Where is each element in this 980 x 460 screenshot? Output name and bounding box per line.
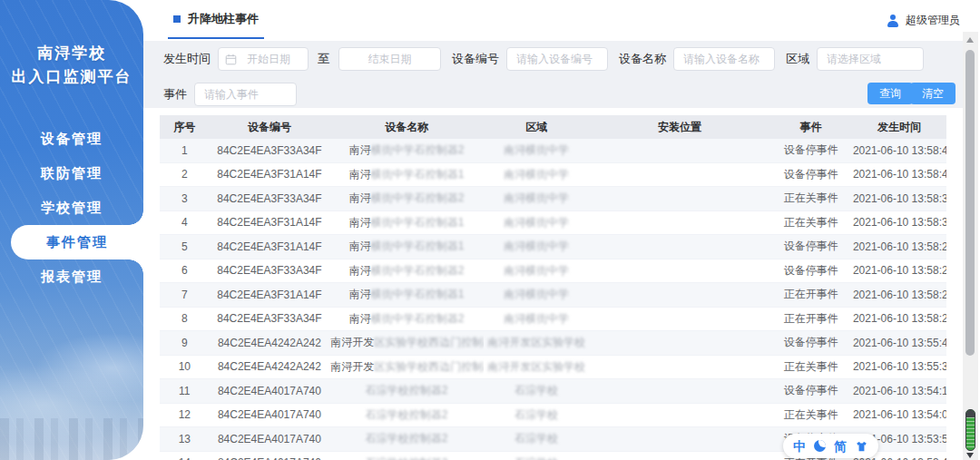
cell-device-name: 南浔开发区实验学校西边门控制器 <box>329 331 484 356</box>
column-header: 发生时间 <box>852 115 946 139</box>
skyline-decoration <box>0 418 143 460</box>
sidebar: 南浔学校 出入口监测平台 设备管理 联防管理 学校管理 <box>0 0 143 460</box>
theme-shirt-icon[interactable] <box>855 440 868 453</box>
sidebar-nav: 设备管理 联防管理 学校管理 事件管理 <box>0 122 143 294</box>
sidebar-nav-item[interactable]: 学校管理 <box>0 191 143 225</box>
table-row: 1 84C2E4EA3F33A34F 南浔横街中学石控制器2 南浔横街中学 设备… <box>160 139 946 162</box>
events-table-panel: 序号 设备编号 设备名称 区域 安装位置 事件 发生时间 <box>143 108 963 460</box>
cell-area: 南浔开发区实验学校 <box>484 355 589 379</box>
green-widget-down-arrow-icon[interactable] <box>966 453 974 458</box>
table-row: 9 84C2E4EA4242A242 南浔开发区实验学校西边门控制器 南浔开发区… <box>160 331 946 356</box>
scrollbar-up-arrow-icon[interactable] <box>966 37 974 43</box>
sidebar-nav-item[interactable]: 事件管理 <box>11 225 143 259</box>
device-name-input[interactable] <box>673 47 775 71</box>
cell-index: 4 <box>160 210 210 235</box>
cell-location <box>589 139 769 162</box>
cell-area: 南浔横街中学 <box>484 162 589 187</box>
sidebar-nav-item[interactable]: 设备管理 <box>0 122 143 156</box>
table-row: 12 84C2E4EA4017A740 石淙学校控制器2 石淙学校 正在关事件 … <box>160 403 946 427</box>
filter-row-1: 发生时间 至 设备编号 设备名称 区域 <box>163 46 924 72</box>
cell-location <box>589 355 769 379</box>
cell-device-name: 南浔开发区实验学校西边门控制器 <box>329 355 484 379</box>
cell-area: 南浔横街中学 <box>484 187 589 211</box>
end-date-input[interactable] <box>338 47 441 71</box>
simplified-chinese-icon[interactable]: 简 <box>834 440 847 453</box>
cell-event: 正在关事件 <box>770 187 852 211</box>
table-row: 8 84C2E4EA3F33A34F 南浔横街中学石控制器2 南浔横街中学 正在… <box>160 307 946 331</box>
cell-event: 正在开事件 <box>770 283 852 308</box>
device-name-label: 设备名称 <box>619 51 666 67</box>
table-row: 4 84C2E4EA3F31A14F 南浔横街中学石控制器1 南浔横街中学 正在… <box>160 210 946 235</box>
table-body: 1 84C2E4EA3F33A34F 南浔横街中学石控制器2 南浔横街中学 设备… <box>160 139 946 460</box>
tab-lift-bollard-events[interactable]: 升降地柱事件 <box>168 0 264 39</box>
table-header-row: 序号 设备编号 设备名称 区域 安装位置 事件 发生时间 <box>160 115 946 139</box>
cell-index: 2 <box>160 162 210 187</box>
cell-index: 9 <box>160 331 210 356</box>
clear-button[interactable]: 清空 <box>910 83 956 104</box>
area-select[interactable] <box>817 47 924 71</box>
cell-device-id: 84C2E4EA4242A242 <box>210 355 330 379</box>
cell-device-id: 84C2E4EA4017A740 <box>210 427 330 452</box>
sidebar-item-label: 设备管理 <box>41 131 103 146</box>
cell-time: 2021-06-10 13:58:23 <box>852 283 946 308</box>
cell-index: 12 <box>160 403 210 427</box>
cell-time: 2021-06-10 13:55:42 <box>852 331 946 356</box>
cell-time: 2021-06-10 13:58:35 <box>852 187 946 211</box>
sidebar-nav-item[interactable]: 报表管理 <box>0 259 143 294</box>
app-window: 升降地柱事件 超级管理员 发生时间 至 设备编 <box>0 0 980 460</box>
tab-bullet-icon <box>173 15 181 23</box>
table-row: 6 84C2E4EA3F33A34F 南浔横街中学石控制器2 南浔横街中学 设备… <box>160 259 946 283</box>
cell-device-name: 南浔横街中学石控制器2 <box>329 139 484 162</box>
search-button[interactable]: 查询 <box>867 83 913 104</box>
cell-index: 14 <box>160 451 210 460</box>
app-title-line1: 南浔学校 <box>0 42 143 65</box>
user-menu[interactable]: 超级管理员 <box>887 0 960 41</box>
cell-index: 5 <box>160 235 210 259</box>
column-header: 区域 <box>484 115 589 139</box>
night-mode-moon-icon[interactable] <box>814 440 826 452</box>
events-table: 序号 设备编号 设备名称 区域 安装位置 事件 发生时间 <box>160 115 946 460</box>
cell-device-id: 84C2E4EA3F31A14F <box>210 283 330 308</box>
cell-location <box>589 379 769 404</box>
column-header: 安装位置 <box>589 115 769 139</box>
sidebar-nav-item[interactable]: 联防管理 <box>0 156 143 191</box>
cell-area: 南浔横街中学 <box>484 210 589 235</box>
device-id-input[interactable] <box>506 47 608 71</box>
scrollbar-thumb[interactable] <box>965 50 975 356</box>
cell-device-name: 石淙学校控制器2 <box>329 403 484 427</box>
cell-index: 1 <box>160 139 210 162</box>
cell-area: 南浔横街中学 <box>484 283 589 308</box>
cell-device-name: 南浔横街中学石控制器1 <box>329 210 484 235</box>
chinese-lang-icon[interactable]: 中 <box>793 440 806 453</box>
event-input[interactable] <box>194 83 297 106</box>
cell-event: 正在关事件 <box>770 210 852 235</box>
sidebar-item-label: 学校管理 <box>41 200 103 215</box>
green-scroll-widget[interactable] <box>965 409 975 451</box>
calendar-icon <box>225 53 237 69</box>
cell-event: 正在开事件 <box>770 307 852 331</box>
cell-device-id: 84C2E4EA4017A740 <box>210 403 330 427</box>
start-date-wrap <box>218 47 309 71</box>
cell-time: 2021-06-10 13:58:43 <box>852 162 946 187</box>
cell-location <box>589 427 769 452</box>
table-row: 2 84C2E4EA3F31A14F 南浔横街中学石控制器1 南浔横街中学 设备… <box>160 162 946 187</box>
cell-device-id: 84C2E4EA3F33A34F <box>210 139 330 162</box>
cell-index: 6 <box>160 259 210 283</box>
cell-area: 南浔横街中学 <box>484 259 589 283</box>
cell-location <box>589 210 769 235</box>
cell-time: 2021-06-10 13:58:23 <box>852 307 946 331</box>
cell-device-name: 石淙学校控制器2 <box>329 427 484 452</box>
cell-event: 设备停事件 <box>770 162 852 187</box>
cell-device-name: 南浔横街中学石控制器2 <box>329 187 484 211</box>
cell-device-name: 南浔横街中学石控制器1 <box>329 283 484 308</box>
cell-event: 设备停事件 <box>770 139 852 162</box>
cell-device-name: 南浔横街中学石控制器1 <box>329 162 484 187</box>
cell-location <box>589 283 769 308</box>
table-row: 7 84C2E4EA3F31A14F 南浔横街中学石控制器1 南浔横街中学 正在… <box>160 283 946 308</box>
cell-event: 正在关事件 <box>770 403 852 427</box>
cell-device-id: 84C2E4EA4017A740 <box>210 379 330 404</box>
cell-device-id: 84C2E4EA3F31A14F <box>210 235 330 259</box>
area-label: 区域 <box>786 51 809 67</box>
cell-device-name: 南浔横街中学石控制器2 <box>329 259 484 283</box>
cell-time: 2021-06-10 13:58:29 <box>852 259 946 283</box>
